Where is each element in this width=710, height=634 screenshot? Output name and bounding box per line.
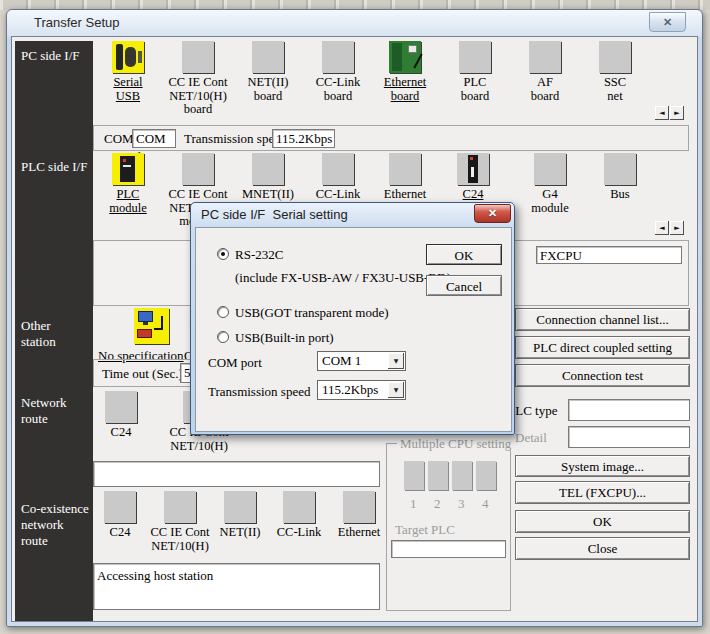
module-icon <box>105 391 137 423</box>
icon-label: CC IE Cont NET/10(H) board <box>164 76 232 117</box>
icon-label: PLC module <box>94 188 162 215</box>
pc-if-serial-usb[interactable]: Serial USB <box>94 41 162 103</box>
ok-button[interactable]: OK <box>515 510 690 533</box>
rs232c-radio[interactable] <box>217 248 229 260</box>
dialog-speed-label: Transmission speed <box>208 384 310 399</box>
ethernet-board-icon <box>389 41 421 73</box>
com-value-field: COM 1 <box>132 129 176 148</box>
network-route-c24[interactable]: C24 <box>87 391 155 440</box>
coexistence-c24[interactable]: C24 <box>86 491 154 540</box>
com-port-label: COM port <box>208 355 262 370</box>
dialog-close-icon[interactable]: ✕ <box>474 204 511 223</box>
module-icon <box>534 153 566 185</box>
transmission-speed-select[interactable]: 115.2Kbps ▼ <box>317 380 406 400</box>
no-specification-icon <box>134 308 169 344</box>
icon-label: CC-Link <box>265 526 333 540</box>
pc-if-ethernet-board[interactable]: Ethernet board <box>371 41 439 103</box>
multiple-cpu-title: Multiple CPU setting <box>397 436 514 451</box>
chevron-down-icon[interactable]: ▼ <box>388 382 404 398</box>
module-icon <box>322 153 354 185</box>
pc-if-net2-board[interactable]: NET(II) board <box>234 41 302 103</box>
pc-if-plc-board[interactable]: PLC board <box>441 41 509 103</box>
usb-got-radio[interactable] <box>217 306 229 318</box>
dialog-ok-button[interactable]: OK <box>426 244 502 265</box>
scroll-right-icon[interactable]: ► <box>670 106 684 120</box>
speed-value-field: 115.2Kbps <box>272 129 335 148</box>
module-icon <box>182 153 214 185</box>
module-icon <box>389 153 421 185</box>
connection-channel-list-button[interactable]: Connection channel list... <box>515 308 690 331</box>
icon-label: C24 <box>87 426 155 440</box>
module-icon <box>164 491 196 523</box>
accessing-host-station-box: Accessing host station <box>93 563 380 610</box>
dialog-body: RS-232C (include FX-USB-AW / FX3U-USB-BD… <box>195 227 512 432</box>
usb-builtin-radio[interactable] <box>217 331 229 343</box>
plc-if-bus[interactable]: Bus <box>586 153 654 202</box>
label-other-station: Other station <box>21 318 56 350</box>
icon-label: Serial USB <box>94 76 162 103</box>
label-coexistence-route: Co-existence network route <box>21 501 93 549</box>
com-label: COM <box>104 131 134 146</box>
com-port-value: COM 1 <box>322 353 361 368</box>
pc-side-serial-setting-dialog: PC side I/F Serial setting ✕ RS-232C (in… <box>190 202 515 435</box>
icon-label: Bus <box>586 188 654 202</box>
usb-builtin-radio-label[interactable]: USB(Built-in port) <box>235 330 334 345</box>
chevron-down-icon[interactable]: ▼ <box>388 353 404 369</box>
cpu-slot-icon <box>452 461 472 490</box>
icon-label: Ethernet <box>325 526 393 540</box>
dialog-title: PC side I/F Serial setting <box>201 203 348 227</box>
section-sidebar: PC side I/F PLC side I/F Other station N… <box>15 41 93 621</box>
other-station-no-specification[interactable]: No specification <box>106 308 196 344</box>
pc-if-cclink-board[interactable]: CC-Link board <box>304 41 372 103</box>
tel-fxcpu-button[interactable]: TEL (FXCPU)... <box>515 481 690 504</box>
window-title: Transfer Setup <box>7 10 702 36</box>
serial-usb-icon <box>112 41 144 73</box>
icon-label: CC-Link board <box>304 76 372 103</box>
board-icon <box>252 41 284 73</box>
plc-if-g4-module[interactable]: G4 module <box>516 153 584 215</box>
plc-module-icon <box>112 153 144 185</box>
rs232c-radio-label[interactable]: RS-232C <box>235 247 283 262</box>
module-icon <box>283 491 315 523</box>
cpu-slot-number: 2 <box>434 496 441 511</box>
plc-direct-coupled-button[interactable]: PLC direct coupled setting <box>515 336 690 359</box>
icon-label: CC IE Cont NET/10(H) <box>146 526 214 553</box>
icon-label: SSC net <box>581 76 649 103</box>
detail-field <box>568 426 690 448</box>
multiple-cpu-group: Multiple CPU setting 1 2 3 4 Target PLC <box>386 443 511 611</box>
pc-if-af-board[interactable]: AF board <box>511 41 579 103</box>
system-image-button[interactable]: System image... <box>515 455 690 477</box>
scroll-left-icon[interactable]: ◄ <box>655 221 669 235</box>
plc-if-plc-module[interactable]: PLC module <box>94 153 162 215</box>
connection-test-button[interactable]: Connection test <box>515 364 690 387</box>
module-icon <box>104 491 136 523</box>
board-icon <box>182 41 214 73</box>
coexistence-ccie[interactable]: CC IE Cont NET/10(H) <box>146 491 214 553</box>
close-button[interactable]: Close <box>515 537 690 560</box>
com-settings-bar: COM COM 1 Transmission speed 115.2Kbps <box>93 125 689 151</box>
coexistence-net2[interactable]: NET(II) <box>206 491 274 540</box>
cpu-slot-number: 3 <box>458 496 465 511</box>
plc-if-c24[interactable]: C24 <box>439 153 507 202</box>
label-plc-side-if: PLC side I/F <box>21 159 87 175</box>
scroll-right-icon[interactable]: ► <box>670 221 684 235</box>
detail-label: Detail <box>515 430 547 445</box>
module-icon <box>252 153 284 185</box>
target-plc-label: Target PLC <box>395 522 455 537</box>
rs232c-note: (include FX-USB-AW / FX3U-USB-BD) <box>235 270 451 285</box>
close-icon[interactable]: ✕ <box>649 12 686 32</box>
dialog-cancel-button[interactable]: Cancel <box>426 275 502 296</box>
scroll-left-icon[interactable]: ◄ <box>655 106 669 120</box>
coexistence-ethernet[interactable]: Ethernet <box>325 491 393 540</box>
usb-got-radio-label[interactable]: USB(GOT transparent mode) <box>235 305 389 320</box>
cpu-type-list[interactable]: FXCPU <box>536 246 682 264</box>
com-port-select[interactable]: COM 1 ▼ <box>317 351 406 371</box>
icon-label: C24 <box>439 188 507 202</box>
icon-label: Ethernet board <box>371 76 439 103</box>
module-icon <box>604 153 636 185</box>
pc-if-ccie-board[interactable]: CC IE Cont NET/10(H) board <box>164 41 232 117</box>
pc-if-ssc-net[interactable]: SSC net <box>581 41 649 103</box>
plc-type-label: PLC type <box>508 403 557 418</box>
module-icon <box>343 491 375 523</box>
coexistence-cclink[interactable]: CC-Link <box>265 491 333 540</box>
